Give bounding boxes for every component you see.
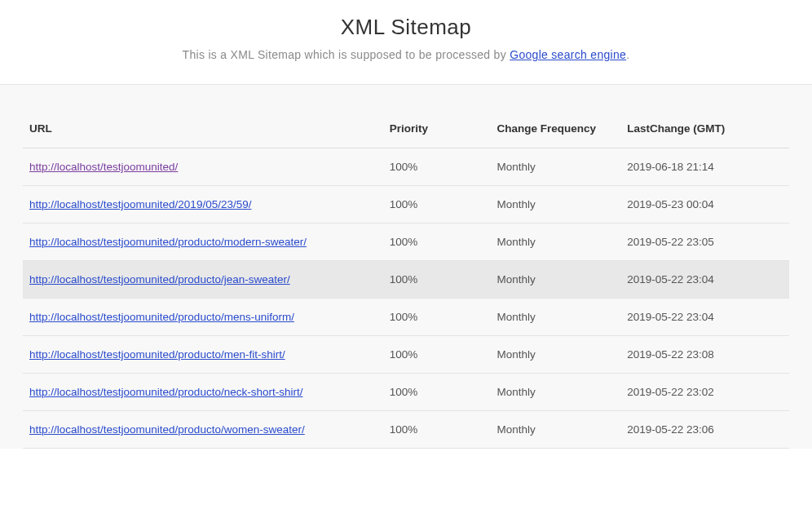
- cell-url: http://localhost/testjoomunited/: [23, 148, 383, 186]
- cell-freq: Monthly: [490, 299, 620, 336]
- cell-last: 2019-05-22 23:05: [620, 224, 789, 261]
- cell-freq: Monthly: [490, 411, 620, 449]
- cell-priority: 100%: [383, 261, 491, 299]
- cell-last: 2019-05-23 00:04: [620, 186, 789, 224]
- cell-last: 2019-06-18 21:14: [620, 148, 789, 186]
- header-last: LastChange (GMT): [620, 113, 789, 148]
- cell-freq: Monthly: [490, 224, 620, 261]
- table-row: http://localhost/testjoomunited/producto…: [23, 374, 789, 411]
- cell-url: http://localhost/testjoomunited/2019/05/…: [23, 186, 383, 224]
- cell-priority: 100%: [383, 148, 491, 186]
- table-row: http://localhost/testjoomunited/producto…: [23, 336, 789, 374]
- subtitle-prefix: This is a XML Sitemap which is supposed …: [183, 48, 510, 61]
- cell-url: http://localhost/testjoomunited/producto…: [23, 336, 383, 374]
- cell-url: http://localhost/testjoomunited/producto…: [23, 299, 383, 336]
- cell-last: 2019-05-22 23:04: [620, 299, 789, 336]
- sitemap-url-link[interactable]: http://localhost/testjoomunited/producto…: [29, 386, 302, 398]
- cell-freq: Monthly: [490, 336, 620, 374]
- cell-freq: Monthly: [490, 374, 620, 411]
- table-row: http://localhost/testjoomunited/100%Mont…: [23, 148, 789, 186]
- header-url: URL: [23, 113, 383, 148]
- table-row: http://localhost/testjoomunited/producto…: [23, 299, 789, 336]
- subtitle-suffix: .: [626, 48, 629, 61]
- sitemap-url-link[interactable]: http://localhost/testjoomunited/producto…: [29, 273, 290, 285]
- cell-url: http://localhost/testjoomunited/producto…: [23, 224, 383, 261]
- table-row: http://localhost/testjoomunited/producto…: [23, 224, 789, 261]
- header-freq: Change Frequency: [490, 113, 620, 148]
- sitemap-url-link[interactable]: http://localhost/testjoomunited/producto…: [29, 311, 294, 323]
- cell-freq: Monthly: [490, 186, 620, 224]
- sitemap-table-container: URL Priority Change Frequency LastChange…: [0, 84, 812, 449]
- cell-priority: 100%: [383, 374, 491, 411]
- header-priority: Priority: [383, 113, 491, 148]
- cell-priority: 100%: [383, 299, 491, 336]
- cell-priority: 100%: [383, 336, 491, 374]
- sitemap-url-link[interactable]: http://localhost/testjoomunited/producto…: [29, 348, 285, 361]
- page-subtitle: This is a XML Sitemap which is supposed …: [0, 48, 812, 61]
- table-row: http://localhost/testjoomunited/producto…: [23, 411, 789, 449]
- page-title: XML Sitemap: [0, 15, 812, 40]
- table-header-row: URL Priority Change Frequency LastChange…: [23, 113, 789, 148]
- cell-priority: 100%: [383, 411, 491, 449]
- cell-last: 2019-05-22 23:08: [620, 336, 789, 374]
- cell-priority: 100%: [383, 224, 491, 261]
- sitemap-table: URL Priority Change Frequency LastChange…: [23, 113, 789, 449]
- cell-url: http://localhost/testjoomunited/producto…: [23, 411, 383, 449]
- google-link[interactable]: Google search engine: [510, 48, 626, 61]
- cell-last: 2019-05-22 23:02: [620, 374, 789, 411]
- table-row: http://localhost/testjoomunited/producto…: [23, 261, 789, 299]
- sitemap-url-link[interactable]: http://localhost/testjoomunited/producto…: [29, 236, 307, 248]
- cell-url: http://localhost/testjoomunited/producto…: [23, 261, 383, 299]
- cell-freq: Monthly: [490, 148, 620, 186]
- sitemap-url-link[interactable]: http://localhost/testjoomunited/: [29, 161, 178, 173]
- sitemap-url-link[interactable]: http://localhost/testjoomunited/2019/05/…: [29, 198, 251, 210]
- cell-priority: 100%: [383, 186, 491, 224]
- page-header: XML Sitemap This is a XML Sitemap which …: [0, 0, 812, 84]
- table-row: http://localhost/testjoomunited/2019/05/…: [23, 186, 789, 224]
- cell-url: http://localhost/testjoomunited/producto…: [23, 374, 383, 411]
- cell-last: 2019-05-22 23:06: [620, 411, 789, 449]
- cell-last: 2019-05-22 23:04: [620, 261, 789, 299]
- cell-freq: Monthly: [490, 261, 620, 299]
- sitemap-url-link[interactable]: http://localhost/testjoomunited/producto…: [29, 423, 305, 436]
